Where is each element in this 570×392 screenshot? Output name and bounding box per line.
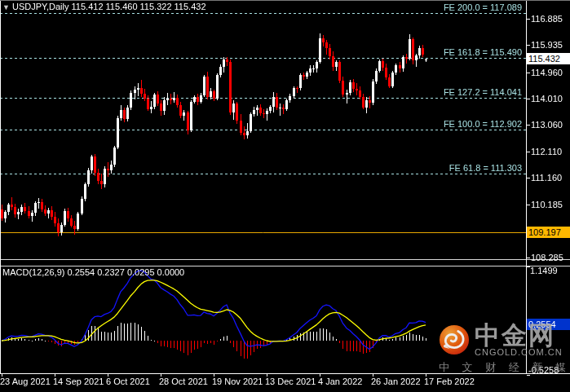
macd-label: MACD(12,26,9) <box>2 267 64 277</box>
macd-values: 0.2554 0.2327 0.0295 0.0000 <box>67 267 184 277</box>
hline-price-box: 109.197 <box>527 227 570 238</box>
chart-title: ▼ USDJPY,Daily 115.412 115.460 115.322 1… <box>2 2 206 13</box>
cngold-watermark: 中金网 CNGOLD.COM.CN 中 文 财 经 新 媒 体 <box>439 323 569 375</box>
chart-ohlc-values: 115.412 115.460 115.322 115.432 <box>72 2 206 11</box>
current-price-box: 115.432 <box>527 53 570 64</box>
fib-level-label: FE 161.8 = 115.490 <box>444 47 522 58</box>
symbol-dropdown-icon[interactable]: ▼ <box>2 3 10 11</box>
watermark-domain: CNGOLD.COM.CN <box>475 347 563 357</box>
cngold-logo-icon <box>439 324 470 355</box>
time-axis[interactable] <box>0 374 526 392</box>
chart-window: FE 200.0 = 117.089FE 161.8 = 115.490FE 1… <box>0 0 570 392</box>
watermark-brand: 中金网 <box>475 323 563 349</box>
fib-level-label: FE 200.0 = 117.089 <box>444 2 522 13</box>
fib-level-label: FE 61.8 = 111.303 <box>449 163 522 174</box>
fib-level-label: FE 127.2 = 114.041 <box>444 87 522 98</box>
watermark-slogan: 中 文 财 经 新 媒 体 <box>439 360 569 375</box>
macd-scale-top: 1.1499 <box>530 266 558 276</box>
chart-symbol-period: USDJPY,Daily <box>12 2 69 11</box>
fib-level-label: FE 100.0 = 112.902 <box>444 119 522 130</box>
macd-indicator-title: MACD(12,26,9) 0.2554 0.2327 0.0295 0.000… <box>2 267 184 278</box>
